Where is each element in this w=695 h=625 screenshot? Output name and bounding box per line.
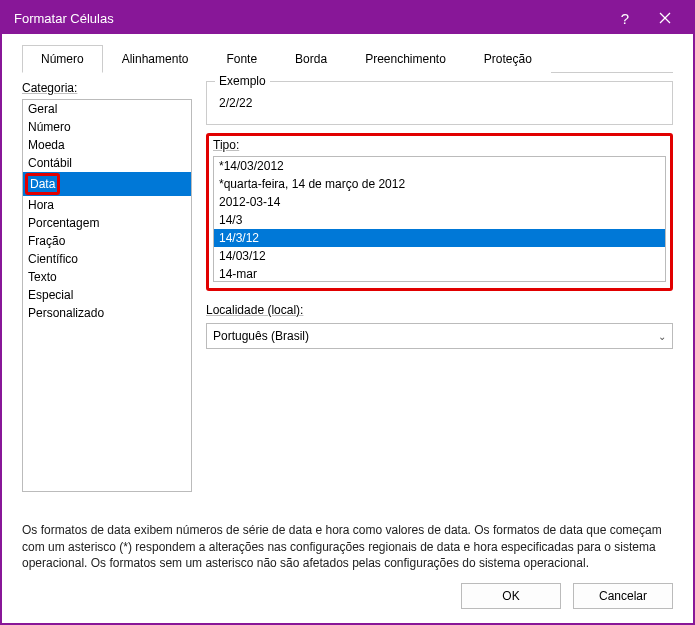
category-item[interactable]: Fração	[23, 232, 191, 250]
locale-value: Português (Brasil)	[213, 329, 309, 343]
category-listbox[interactable]: GeralNúmeroMoedaContábilDataHoraPorcenta…	[22, 99, 192, 492]
type-item[interactable]: 14/3/12	[214, 229, 665, 247]
category-item[interactable]: Porcentagem	[23, 214, 191, 232]
chevron-down-icon: ⌄	[658, 331, 666, 342]
category-item[interactable]: Científico	[23, 250, 191, 268]
category-item[interactable]: Texto	[23, 268, 191, 286]
locale-label: Localidade (local):	[206, 303, 673, 317]
category-item[interactable]: Data	[23, 172, 191, 196]
titlebar: Formatar Células ?	[2, 2, 693, 34]
locale-select[interactable]: Português (Brasil) ⌄	[206, 323, 673, 349]
cancel-button[interactable]: Cancelar	[573, 583, 673, 609]
window-title: Formatar Células	[14, 11, 605, 26]
category-label: Categoria:	[22, 81, 192, 95]
tab-preenchimento[interactable]: Preenchimento	[346, 45, 465, 73]
tab-bar: NúmeroAlinhamentoFonteBordaPreenchimento…	[22, 44, 673, 73]
tab-proteção[interactable]: Proteção	[465, 45, 551, 73]
type-item[interactable]: 14/03/12	[214, 247, 665, 265]
category-item[interactable]: Especial	[23, 286, 191, 304]
type-label: Tipo:	[213, 138, 666, 152]
category-item[interactable]: Geral	[23, 100, 191, 118]
example-value: 2/2/22	[217, 92, 662, 110]
category-item[interactable]: Contábil	[23, 154, 191, 172]
example-fieldset: Exemplo 2/2/22	[206, 81, 673, 125]
example-legend: Exemplo	[215, 74, 270, 88]
type-section-highlight: Tipo: *14/03/2012*quarta-feira, 14 de ma…	[206, 133, 673, 291]
dialog-footer: OK Cancelar	[22, 571, 673, 609]
type-item[interactable]: 2012-03-14	[214, 193, 665, 211]
category-item[interactable]: Moeda	[23, 136, 191, 154]
help-button[interactable]: ?	[605, 2, 645, 34]
type-listbox[interactable]: *14/03/2012*quarta-feira, 14 de março de…	[213, 156, 666, 282]
category-item[interactable]: Hora	[23, 196, 191, 214]
ok-button[interactable]: OK	[461, 583, 561, 609]
cancel-label: Cancelar	[599, 589, 647, 603]
ok-label: OK	[502, 589, 519, 603]
description-text: Os formatos de data exibem números de sé…	[22, 522, 673, 571]
category-item[interactable]: Personalizado	[23, 304, 191, 322]
tab-número[interactable]: Número	[22, 45, 103, 73]
tab-borda[interactable]: Borda	[276, 45, 346, 73]
category-item[interactable]: Número	[23, 118, 191, 136]
close-icon	[659, 12, 671, 24]
tab-alinhamento[interactable]: Alinhamento	[103, 45, 208, 73]
format-cells-dialog: Formatar Células ? NúmeroAlinhamentoFont…	[0, 0, 695, 625]
type-item[interactable]: 14-mar	[214, 265, 665, 282]
tab-fonte[interactable]: Fonte	[207, 45, 276, 73]
close-button[interactable]	[645, 2, 685, 34]
type-item[interactable]: *quarta-feira, 14 de março de 2012	[214, 175, 665, 193]
type-item[interactable]: *14/03/2012	[214, 157, 665, 175]
type-item[interactable]: 14/3	[214, 211, 665, 229]
